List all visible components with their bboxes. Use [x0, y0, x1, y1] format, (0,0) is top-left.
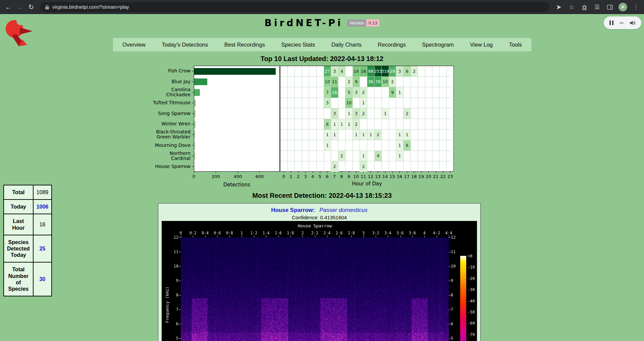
heatmap-cell	[338, 130, 345, 140]
species-link[interactable]: House Sparrow:	[271, 207, 315, 213]
reading-list-icon[interactable]: ☰	[593, 3, 601, 11]
back-icon[interactable]: ←	[3, 1, 14, 13]
heatmap-cell: 27	[324, 66, 331, 77]
species-label: NorthernCardinal	[127, 151, 191, 161]
nav-item-tools[interactable]: Tools	[509, 42, 522, 48]
heatmap-cell: 10	[382, 77, 389, 87]
heatmap-cell	[345, 130, 353, 140]
bar-xaxis-label: Detections	[203, 182, 270, 188]
y-tick	[192, 145, 194, 146]
nav-item-view-log[interactable]: View Log	[470, 42, 493, 48]
heatmap-cell	[302, 130, 309, 140]
heatmap-cell	[295, 87, 302, 98]
heatmap-cell	[396, 77, 404, 87]
hour-tick-label: 6	[323, 174, 331, 179]
heatmap-cell	[367, 87, 375, 98]
heatmap-cell: 3	[331, 108, 338, 119]
menu-kebab-icon[interactable]: ⋮	[632, 3, 640, 11]
heatmap-cell	[309, 119, 317, 130]
extensions-puzzle-icon[interactable]	[580, 3, 588, 11]
nav-item-recordings[interactable]: Recordings	[378, 42, 406, 48]
nav-item-daily-charts[interactable]: Daily Charts	[331, 42, 362, 48]
heatmap-cell: 1	[345, 108, 353, 119]
summary-value-link[interactable]: 25	[39, 246, 45, 251]
reload-icon[interactable]: ↻	[25, 1, 37, 13]
spectrogram: House Sparrow Frequency (kHz) 00·20·40·6…	[162, 221, 477, 341]
heatmap-cell	[338, 108, 345, 119]
summary-value-link[interactable]: 1006	[37, 204, 49, 210]
summary-label: Total Number of Species	[4, 262, 33, 296]
heatmap-cell	[367, 98, 375, 108]
heatmap-cell	[432, 87, 440, 98]
x-tick	[238, 172, 238, 173]
spec-ytick-label: 8	[167, 293, 178, 297]
forward-icon[interactable]: →	[14, 1, 25, 13]
side-panel-icon[interactable]	[606, 3, 614, 11]
profile-avatar[interactable]: P	[619, 3, 627, 11]
audio-player[interactable]	[604, 16, 641, 29]
heatmap-cell	[367, 161, 375, 172]
nav-item-species-stats[interactable]: Species Stats	[281, 42, 315, 48]
colorbar-tick-label: -40	[468, 299, 475, 303]
heatmap-cell	[432, 161, 440, 172]
summary-row: Today1006	[4, 200, 52, 214]
hour-tick-label: 17	[403, 174, 411, 179]
nav-item-today-s-detections[interactable]: Today's Detections	[162, 42, 208, 48]
y-tick	[192, 134, 194, 135]
heatmap-cell	[295, 161, 302, 172]
nav-item-spectrogram[interactable]: Spectrogram	[422, 42, 453, 48]
spectrogram-ylabel: Frequency (kHz)	[165, 287, 170, 323]
species-label: Blue Jay	[127, 79, 191, 84]
hour-tick-label: 8	[338, 174, 345, 179]
hour-tick	[284, 172, 284, 173]
nav-item-overview[interactable]: Overview	[122, 42, 146, 48]
volume-icon[interactable]	[629, 20, 636, 26]
heatmap-cell	[432, 151, 440, 161]
pause-icon[interactable]	[609, 20, 613, 25]
heatmap-cell	[375, 140, 382, 151]
heatmap-cell	[440, 161, 447, 172]
heatmap-cell	[389, 161, 396, 172]
summary-value-link[interactable]: 30	[39, 276, 45, 282]
spec-ytick-label: 11	[451, 249, 462, 254]
address-bar[interactable]: virginia.birdnetpi.com/?stream=play	[40, 2, 549, 12]
send-icon[interactable]	[555, 3, 563, 11]
nav-item-best-recordings[interactable]: Best Recordings	[224, 42, 265, 48]
heatmap-cell	[404, 98, 411, 108]
scientific-name-link[interactable]: Passer domesticus	[319, 207, 368, 213]
heatmap-cell	[295, 108, 302, 119]
hour-tick-label: 15	[389, 174, 396, 179]
y-tick	[192, 156, 194, 156]
heatmap-cell	[411, 161, 418, 172]
heatmap-cell	[389, 108, 396, 119]
version-label: Version	[347, 19, 366, 26]
hour-tick	[349, 172, 349, 173]
heatmap-cell: 2	[345, 77, 353, 87]
heatmap-cell: 4	[338, 66, 345, 77]
heatmap-cell: 11	[331, 77, 338, 87]
bookmark-star-icon[interactable]: ☆	[568, 3, 576, 11]
y-tick	[192, 92, 194, 93]
heatmap-cell: 3	[331, 66, 338, 77]
x-tick	[260, 172, 260, 173]
hour-tick	[428, 172, 429, 173]
heatmap-cell	[302, 151, 309, 161]
heatmap-cell	[317, 161, 324, 172]
heatmap-cell	[425, 151, 432, 161]
hour-tick	[298, 172, 299, 173]
heatmap-cell	[440, 130, 447, 140]
heatmap-cell: 1	[345, 119, 353, 130]
heatmap-cell: 2	[411, 66, 418, 77]
heatmap-cell	[447, 161, 454, 172]
heatmap-cell	[411, 87, 418, 98]
heatmap-cell	[302, 108, 309, 119]
heatmap-cell	[375, 98, 382, 108]
version-value: 0.13	[366, 19, 379, 26]
heatmap-cell	[353, 98, 360, 108]
heatmap-cell: 16	[360, 66, 367, 77]
heatmap-cell	[425, 98, 432, 108]
detections-bar	[194, 131, 195, 138]
heatmap-cell	[389, 119, 396, 130]
heatmap-cell	[324, 108, 331, 119]
colorbar-tick-label: -70	[468, 332, 475, 337]
